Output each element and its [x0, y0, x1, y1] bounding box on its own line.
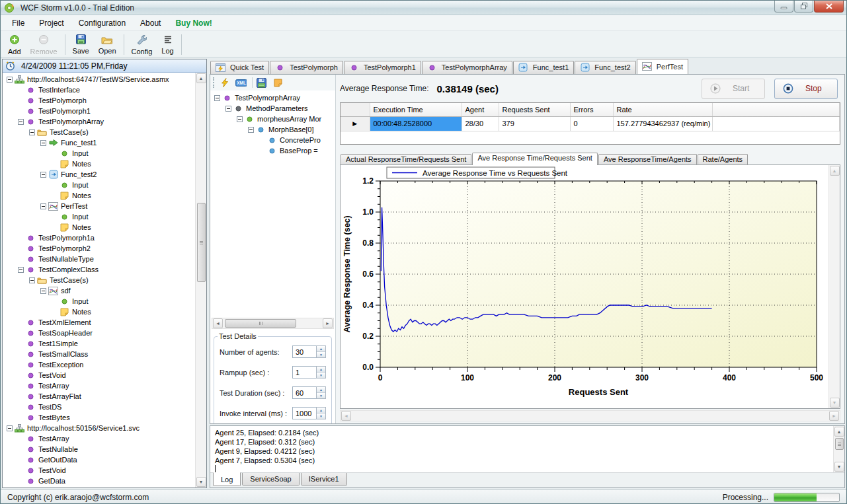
- add-button[interactable]: Add: [3, 32, 26, 57]
- tree-item-testnullable[interactable]: TestNullable: [3, 444, 195, 454]
- minimize-button[interactable]: [774, 1, 793, 13]
- menu-item-about[interactable]: About: [133, 16, 168, 30]
- log-tab-servicesoap[interactable]: ServiceSoap: [242, 473, 299, 486]
- tree-item-testexception[interactable]: TestException: [3, 359, 195, 370]
- tree-item-input[interactable]: Input: [3, 148, 195, 159]
- tab-perftest[interactable]: PerfTest: [637, 59, 688, 74]
- tree-item-testpolymorpharray[interactable]: TestPolymorphArray: [210, 92, 335, 103]
- tree-item-testbytes[interactable]: TestBytes: [3, 412, 195, 423]
- tree-item-testpolymorph1a[interactable]: TestPolymorph1a: [3, 233, 195, 243]
- spin-down-button[interactable]: ▼: [317, 393, 325, 398]
- tree-item-input[interactable]: Input: [3, 180, 195, 190]
- tree-item-http-localhost-64747-testws-service-asmx[interactable]: http://localhost:64747/TestWS/Service.as…: [3, 74, 195, 85]
- tree-item-testarray[interactable]: TestArray: [3, 433, 195, 444]
- row-selector-icon[interactable]: ▶: [341, 116, 370, 131]
- scroll-thumb[interactable]: [197, 203, 206, 282]
- expander-minus[interactable]: [17, 119, 25, 125]
- expander-minus[interactable]: [235, 116, 244, 122]
- field-input[interactable]: [292, 345, 316, 358]
- chart-tab-rate-agents[interactable]: Rate/Agents: [698, 154, 748, 164]
- start-button[interactable]: Start: [702, 79, 765, 99]
- tree-item-func-test2[interactable]: Func_test2: [3, 169, 195, 180]
- restore-button[interactable]: [794, 1, 813, 13]
- grid-column-header[interactable]: Requests Sent: [499, 103, 570, 116]
- sidebar-scrollbar[interactable]: ▲ ▼: [195, 73, 206, 487]
- scroll-down-button[interactable]: ▼: [834, 462, 844, 472]
- chart-tab-ave-responsetime-agents[interactable]: Ave ResponseTime/Agents: [598, 154, 697, 164]
- tree-item-testcase-s[interactable]: TestCase(s): [3, 127, 195, 137]
- expander-minus[interactable]: [28, 129, 36, 135]
- close-button[interactable]: [814, 1, 844, 13]
- tree-item-sdf[interactable]: sdf: [3, 285, 195, 296]
- chart-tab-ave-response-time-requests-sent[interactable]: Ave Response Time/Requests Sent: [472, 153, 597, 165]
- menu-item-buy-now[interactable]: Buy Now!: [168, 16, 219, 30]
- tree-item-test1simple[interactable]: Test1Simple: [3, 338, 195, 349]
- spin-down-button[interactable]: ▼: [317, 414, 325, 419]
- tree-item-testcase-s[interactable]: TestCase(s): [3, 275, 195, 285]
- expander-minus[interactable]: [247, 127, 255, 133]
- grid-column-header[interactable]: Rate: [613, 103, 712, 116]
- tab-func-test1[interactable]: Func_test1: [513, 61, 574, 74]
- expander-minus[interactable]: [224, 106, 233, 112]
- menu-item-project[interactable]: Project: [32, 16, 71, 30]
- note2-icon[interactable]: [272, 78, 284, 87]
- tree-item-testxmlelement[interactable]: TestXmlElement: [3, 317, 195, 328]
- grid-data-row[interactable]: ▶00:00:48.252800028/303790157.2779434629…: [341, 116, 840, 131]
- tree-item-testcomplexclass[interactable]: TestComplexClass: [3, 264, 195, 275]
- tab-testpolymorph1[interactable]: TestPolymorph1: [344, 61, 421, 74]
- scroll-up-button[interactable]: ▲: [830, 166, 840, 176]
- scroll-left-button[interactable]: ◄: [341, 411, 351, 421]
- grid-cell[interactable]: 00:00:48.2528000: [370, 116, 462, 131]
- expander-minus[interactable]: [39, 140, 48, 146]
- tree-item-testds[interactable]: TestDS: [3, 402, 195, 412]
- title-bar[interactable]: WCF Storm v1.0.0 - Trial Edition: [1, 1, 846, 15]
- scroll-thumb[interactable]: [225, 319, 296, 328]
- config-button[interactable]: Config: [127, 32, 157, 57]
- tree-item-testsmallclass[interactable]: TestSmallClass: [3, 349, 195, 359]
- tree-item-notes[interactable]: Notes: [3, 222, 195, 233]
- grid-column-header[interactable]: Errors: [570, 103, 613, 116]
- spin-down-button[interactable]: ▼: [317, 352, 325, 357]
- expander-minus[interactable]: [39, 203, 48, 209]
- expander-minus[interactable]: [17, 267, 25, 273]
- remove-button[interactable]: Remove: [26, 32, 62, 57]
- scroll-up-button[interactable]: ▲: [834, 427, 844, 437]
- tree-item-testpolymorph2[interactable]: TestPolymorph2: [3, 243, 195, 254]
- spin-down-button[interactable]: ▼: [317, 373, 325, 378]
- grid-cell[interactable]: 0: [570, 116, 613, 131]
- tree-item-input[interactable]: Input: [3, 296, 195, 306]
- tree-item-getdata[interactable]: GetData: [3, 476, 195, 486]
- scroll-down-button[interactable]: ▼: [196, 477, 206, 487]
- expander-minus[interactable]: [5, 77, 14, 83]
- save-button[interactable]: Save: [68, 32, 94, 57]
- scroll-up-button[interactable]: ▲: [196, 73, 206, 83]
- chart-hscrollbar[interactable]: ◄ ►: [340, 410, 840, 421]
- tree-item-baseprop[interactable]: BaseProp =: [210, 145, 335, 156]
- log-button[interactable]: Log: [157, 32, 178, 57]
- tree-item-http-localhost-50156-service1-svc[interactable]: http://localhost:50156/Service1.svc: [3, 423, 195, 433]
- tree-item-testnullabletype[interactable]: TestNullableType: [3, 254, 195, 264]
- grid-column-header[interactable]: Execution Time: [370, 103, 462, 116]
- log-tab-log[interactable]: Log: [213, 472, 241, 486]
- grid-cell[interactable]: 157.277943462937 (req/min): [613, 116, 712, 131]
- xml-icon[interactable]: XML: [235, 78, 247, 87]
- chart-vscrollbar[interactable]: ▲ ▼: [828, 165, 840, 408]
- tree-item-testvoid[interactable]: TestVoid: [3, 465, 195, 476]
- tree-item-methodparameters[interactable]: MethodParameters: [210, 103, 335, 114]
- tree-item-morpheusarray-mor[interactable]: morpheusArray Mor: [210, 114, 335, 124]
- grid-cell[interactable]: 379: [499, 116, 570, 131]
- menu-item-file[interactable]: File: [5, 16, 32, 30]
- tree-item-notes[interactable]: Notes: [3, 306, 195, 317]
- tab-testpolymorph[interactable]: TestPolymorph: [270, 61, 343, 74]
- log-tab-iservice1[interactable]: IService1: [301, 473, 347, 486]
- tab-testpolymorpharray[interactable]: TestPolymorphArray: [422, 61, 512, 74]
- tree-item-notes[interactable]: Notes: [3, 190, 195, 201]
- tree-item-getoutdata[interactable]: GetOutData: [3, 454, 195, 465]
- expander-minus[interactable]: [39, 288, 48, 294]
- tree-item-concretepro[interactable]: ConcretePro: [210, 135, 335, 145]
- spin-up-button[interactable]: ▲: [317, 346, 325, 352]
- tree-item-testarrayflat[interactable]: TestArrayFlat: [3, 391, 195, 402]
- expander-minus[interactable]: [28, 277, 36, 283]
- tree-item-testpolymorph[interactable]: TestPolymorph: [3, 95, 195, 106]
- spin-up-button[interactable]: ▲: [317, 387, 325, 393]
